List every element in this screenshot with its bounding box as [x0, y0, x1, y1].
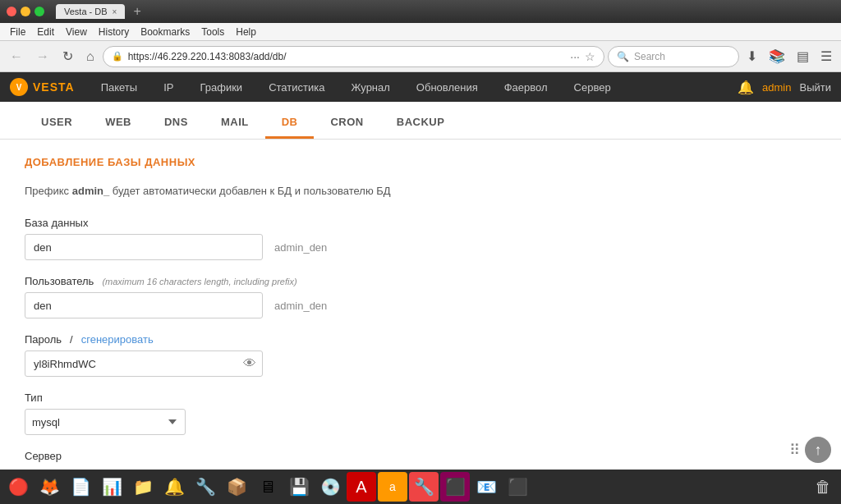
- download-button[interactable]: ⬇: [742, 45, 761, 67]
- menu-history[interactable]: History: [94, 25, 134, 39]
- nav-item-server[interactable]: Сервер: [561, 72, 624, 102]
- info-suffix: будет автоматически добавлен к БД и поль…: [109, 185, 390, 197]
- url-bar[interactable]: 🔒 https://46.229.220.143:8083/add/db/ ··…: [103, 46, 604, 67]
- taskbar-amazon-icon[interactable]: a: [378, 472, 407, 502]
- tab-user[interactable]: USER: [25, 108, 89, 139]
- server-group: Сервер: [25, 450, 816, 462]
- app-logo: V VESTA: [10, 78, 75, 96]
- type-field-row: mysql postgresql: [25, 409, 816, 435]
- library-button[interactable]: 📚: [765, 45, 789, 67]
- scroll-to-top-button[interactable]: ↑: [805, 437, 831, 463]
- maximize-button[interactable]: [34, 7, 44, 16]
- generate-link[interactable]: сгенерировать: [81, 333, 154, 346]
- server-label-row: Сервер: [25, 450, 816, 462]
- nav-item-ip[interactable]: IP: [150, 72, 186, 102]
- tab-mail[interactable]: MAIL: [205, 108, 265, 139]
- taskbar-app1-icon[interactable]: A: [347, 472, 376, 502]
- current-user[interactable]: admin: [762, 81, 791, 94]
- logout-button[interactable]: Выйти: [800, 81, 832, 94]
- taskbar-settings-icon[interactable]: 🔧: [191, 472, 220, 502]
- taskbar-terminal2-icon[interactable]: ⬛: [503, 472, 532, 502]
- password-input[interactable]: [25, 351, 263, 377]
- taskbar-files-icon[interactable]: 📁: [128, 472, 158, 502]
- nav-item-updates[interactable]: Обновления: [403, 72, 491, 102]
- taskbar-package-icon[interactable]: 📦: [222, 472, 251, 502]
- taskbar-firefox-icon[interactable]: 🦊: [34, 472, 64, 502]
- nav-bar: ← → ↻ ⌂ 🔒 https://46.229.220.143:8083/ad…: [0, 41, 841, 72]
- taskbar-writer-icon[interactable]: 📄: [66, 472, 95, 502]
- taskbar-power-icon[interactable]: 🔴: [3, 472, 33, 502]
- app-nav: V VESTA Пакеты IP Графики Статистика Жур…: [0, 72, 841, 102]
- password-wrapper: 👁: [25, 351, 263, 377]
- taskbar-disk-icon[interactable]: 💿: [315, 472, 345, 502]
- taskbar-mail-icon[interactable]: 📧: [471, 472, 501, 502]
- logo-text: VESTA: [33, 80, 75, 94]
- user-hint: (maximum 16 characters length, including…: [102, 277, 296, 286]
- tab-db[interactable]: DB: [265, 108, 315, 139]
- main-tabs: USER WEB DNS MAIL DB CRON BACKUP: [0, 102, 841, 140]
- db-label-row: База данных: [25, 217, 816, 229]
- forward-button[interactable]: →: [31, 46, 54, 67]
- taskbar-trash-icon[interactable]: 🗑: [808, 472, 838, 502]
- menu-tools[interactable]: Tools: [196, 25, 229, 39]
- info-bold: admin_: [72, 185, 110, 197]
- info-prefix: Префикс: [25, 185, 72, 197]
- menu-view[interactable]: View: [61, 25, 92, 39]
- tab-close-icon[interactable]: ×: [113, 7, 117, 16]
- back-button[interactable]: ←: [5, 46, 28, 67]
- nav-item-journal[interactable]: Журнал: [338, 72, 402, 102]
- taskbar: 🔴 🦊 📄 📊 📁 🔔 🔧 📦 🖥 💾 💿 A a 🔧 ⬛ 📧 ⬛ 🗑: [0, 470, 841, 504]
- taskbar-calc-icon[interactable]: 📊: [97, 472, 126, 502]
- nav-item-stats[interactable]: Статистика: [255, 72, 338, 102]
- server-label: Сервер: [25, 450, 62, 462]
- sidebar-button[interactable]: ▤: [793, 45, 813, 67]
- bookmark-icon[interactable]: ☆: [585, 50, 595, 63]
- taskbar-app3-icon[interactable]: ⬛: [440, 472, 470, 502]
- taskbar-app2-icon[interactable]: 🔧: [409, 472, 439, 502]
- nav-item-graphs[interactable]: Графики: [186, 72, 255, 102]
- taskbar-usb-icon[interactable]: 💾: [284, 472, 314, 502]
- user-label: Пользователь: [25, 275, 94, 287]
- menu-file[interactable]: File: [5, 25, 30, 39]
- db-user-input[interactable]: [25, 292, 263, 318]
- user-field-row: admin_den: [25, 292, 816, 318]
- menu-edit[interactable]: Edit: [32, 25, 59, 39]
- menu-bookmarks[interactable]: Bookmarks: [136, 25, 195, 39]
- type-group: Тип mysql postgresql: [25, 392, 816, 435]
- tab-dns[interactable]: DNS: [148, 108, 205, 139]
- db-field-row: admin_den: [25, 234, 816, 260]
- title-area: Vesta - DB × +: [56, 4, 834, 19]
- notification-bell-icon[interactable]: 🔔: [738, 80, 754, 95]
- resize-icon[interactable]: ⠿: [789, 441, 800, 459]
- minimize-button[interactable]: [21, 7, 30, 16]
- url-menu-icon[interactable]: ···: [570, 50, 580, 63]
- nav-item-firewall[interactable]: Фаервол: [491, 72, 561, 102]
- url-text: https://46.229.220.143:8083/add/db/: [128, 51, 566, 62]
- window-controls[interactable]: [7, 7, 44, 16]
- close-button[interactable]: [7, 7, 16, 16]
- taskbar-notify-icon[interactable]: 🔔: [159, 472, 189, 502]
- menu-button[interactable]: ☰: [816, 45, 836, 67]
- menu-bar: File Edit View History Bookmarks Tools H…: [0, 23, 841, 41]
- tab-web[interactable]: WEB: [89, 108, 148, 139]
- nav-item-packages[interactable]: Пакеты: [88, 72, 151, 102]
- menu-help[interactable]: Help: [231, 25, 261, 39]
- current-tab[interactable]: Vesta - DB ×: [56, 4, 125, 19]
- user-label-row: Пользователь (maximum 16 characters leng…: [25, 275, 816, 287]
- tab-cron[interactable]: CRON: [314, 108, 379, 139]
- nav-right-controls: ⬇ 📚 ▤ ☰: [742, 45, 836, 67]
- db-name-input[interactable]: [25, 234, 263, 260]
- db-suffix: admin_den: [274, 241, 327, 254]
- new-tab-button[interactable]: +: [133, 4, 140, 19]
- taskbar-terminal-icon[interactable]: 🖥: [253, 472, 283, 502]
- refresh-button[interactable]: ↻: [57, 45, 78, 67]
- tab-title: Vesta - DB: [64, 7, 108, 16]
- tab-backup[interactable]: BACKUP: [380, 108, 462, 139]
- password-separator: /: [70, 333, 73, 346]
- user-suffix: admin_den: [274, 300, 327, 312]
- logo-icon: V: [10, 78, 28, 96]
- search-box[interactable]: 🔍 Search: [608, 46, 739, 67]
- home-button[interactable]: ⌂: [81, 46, 99, 67]
- type-select[interactable]: mysql postgresql: [25, 409, 186, 435]
- password-eye-icon[interactable]: 👁: [243, 356, 256, 371]
